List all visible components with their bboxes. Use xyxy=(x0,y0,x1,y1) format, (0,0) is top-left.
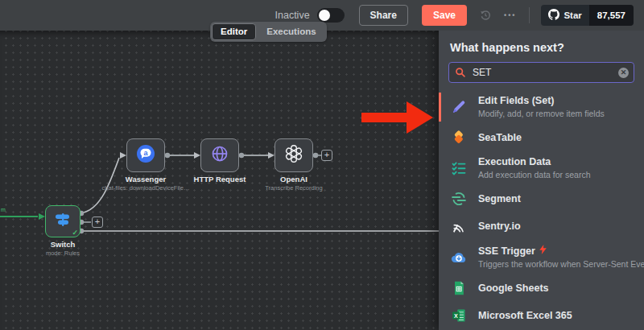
pencil-icon xyxy=(450,98,468,116)
execution-data-icon xyxy=(450,159,468,177)
topbar-divider xyxy=(529,7,530,23)
github-star-button[interactable]: Star xyxy=(541,5,588,26)
history-icon xyxy=(479,12,492,24)
workflow-status-label: Inactive xyxy=(275,10,310,21)
item-title: Segment xyxy=(478,193,521,205)
lightning-icon xyxy=(539,245,547,258)
more-options-button[interactable]: ••• xyxy=(504,11,516,19)
node-title: Switch xyxy=(0,240,127,249)
wassenger-icon: a xyxy=(135,143,156,167)
item-title: SeaTable xyxy=(478,132,522,144)
node-openai[interactable]: OpenAI Transcribe Recording xyxy=(275,138,313,172)
search-icon xyxy=(455,67,466,78)
item-subtitle: Add execution data for search xyxy=(478,170,591,180)
seatable-icon xyxy=(450,129,468,146)
github-star-count[interactable]: 87,557 xyxy=(589,5,634,26)
node-results-list: Edit Fields (Set) Modify, add, or remove… xyxy=(439,90,644,330)
github-star-label: Star xyxy=(564,10,581,20)
annotation-arrow xyxy=(361,113,408,122)
annotation-arrow-head xyxy=(407,101,433,134)
node-title: HTTP Request xyxy=(155,175,284,184)
item-title: Sentry.io xyxy=(478,221,521,233)
clear-search-icon[interactable]: ✕ xyxy=(618,68,629,78)
edge-item-count-label: m xyxy=(1,207,6,212)
tab-editor[interactable]: Editor xyxy=(212,23,256,40)
item-subtitle: Modify, add, or remove item fields xyxy=(478,109,605,119)
panel-title: What happens next? xyxy=(439,31,644,61)
list-item-microsoft-excel[interactable]: X Microsoft Excel 365 xyxy=(439,302,644,329)
item-title: Edit Fields (Set) xyxy=(478,95,605,107)
toggle-knob xyxy=(319,10,330,21)
history-button[interactable] xyxy=(479,9,492,22)
svg-text:X: X xyxy=(454,313,458,320)
segment-icon xyxy=(450,190,468,208)
excel-icon: X xyxy=(450,307,468,324)
node-http-request[interactable]: HTTP Request xyxy=(200,138,239,172)
item-title: Execution Data xyxy=(478,156,591,168)
list-item-google-sheets[interactable]: Google Sheets xyxy=(439,274,644,302)
item-title: SSE Trigger xyxy=(478,245,633,258)
node-subtitle: mode: Rules xyxy=(0,250,127,258)
openai-icon xyxy=(284,144,303,167)
connection-edges xyxy=(0,31,439,330)
save-button[interactable]: Save xyxy=(422,5,467,26)
sse-cloud-icon xyxy=(450,249,468,266)
item-title: Microsoft Excel 365 xyxy=(478,310,572,322)
list-item-sse-trigger[interactable]: SSE Trigger Triggers the workflow when S… xyxy=(439,240,644,274)
item-title: Google Sheets xyxy=(478,283,549,295)
success-check-icon: ✓ xyxy=(72,229,78,237)
search-box: ✕ xyxy=(448,62,634,83)
share-button[interactable]: Share xyxy=(359,5,408,26)
github-icon xyxy=(548,9,559,22)
sentry-icon xyxy=(450,217,468,235)
search-input[interactable] xyxy=(448,62,634,83)
add-node-plus-button[interactable]: + xyxy=(92,217,103,228)
node-switch[interactable]: ✓ Switch mode: Rules xyxy=(45,205,80,237)
list-item-seatable[interactable]: SeaTable xyxy=(439,124,644,151)
active-toggle[interactable] xyxy=(317,8,345,23)
list-item-edit-fields-set[interactable]: Edit Fields (Set) Modify, add, or remove… xyxy=(439,90,644,124)
node-title: Wassenger xyxy=(81,175,210,184)
list-item-sentry[interactable]: Sentry.io xyxy=(439,212,644,240)
switch-icon xyxy=(53,210,72,233)
list-item-segment[interactable]: Segment xyxy=(439,185,644,212)
globe-icon xyxy=(210,144,229,167)
add-node-plus-button[interactable]: + xyxy=(321,150,332,161)
tab-executions[interactable]: Executions xyxy=(258,23,324,40)
google-sheets-icon xyxy=(450,279,468,297)
node-picker-panel: What happens next? ✕ Edit Fields (Set) M… xyxy=(439,31,644,330)
node-subtitle: Transcribe Recording xyxy=(229,184,358,192)
node-subtitle: chat-files: downloadDeviceFile… xyxy=(81,184,210,192)
github-star-widget[interactable]: Star 87,557 xyxy=(541,5,634,26)
item-subtitle: Triggers the workflow when Server-Sent E… xyxy=(478,259,633,270)
node-title: OpenAI xyxy=(229,175,358,184)
workflow-canvas[interactable]: m ✓ Switch mode: Rules + a Wasseng xyxy=(0,31,439,330)
node-wassenger[interactable]: a Wassenger chat-files: downloadDeviceFi… xyxy=(126,138,165,172)
editor-tabs: Editor Executions xyxy=(210,22,327,42)
list-item-execution-data[interactable]: Execution Data Add execution data for se… xyxy=(439,151,644,185)
